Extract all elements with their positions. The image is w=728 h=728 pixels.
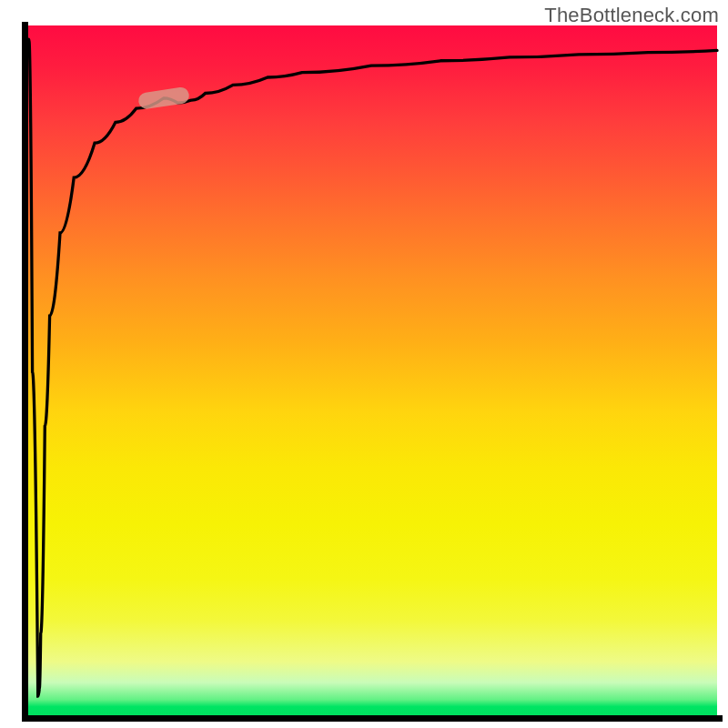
watermark-label: TheBottleneck.com xyxy=(544,4,719,27)
range-marker xyxy=(137,86,190,110)
bottleneck-curve xyxy=(29,39,717,696)
chart-svg xyxy=(25,25,717,717)
chart-container: TheBottleneck.com xyxy=(0,0,728,728)
